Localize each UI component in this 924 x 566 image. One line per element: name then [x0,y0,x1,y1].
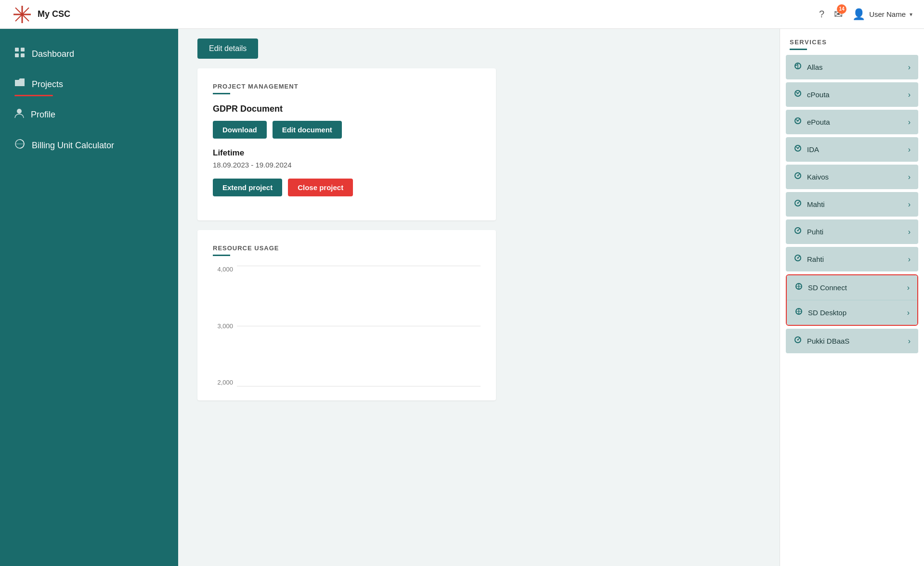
service-item-ida[interactable]: IDA › [786,137,918,162]
user-avatar-icon: 👤 [852,8,865,21]
chart-y-label-2000: 2,000 [213,379,237,386]
user-name-label: User Name [869,10,906,18]
allas-label: Allas [807,63,903,71]
svg-rect-5 [15,48,19,51]
resource-usage-card: RESOURCE USAGE 4,000 3,000 2,000 [197,230,496,400]
lifetime-label: Lifetime [213,148,481,158]
project-action-buttons: Extend project Close project [213,179,481,196]
pukki-chevron-icon: › [908,337,911,346]
edit-details-button[interactable]: Edit details [197,39,258,59]
mahti-label: Mahti [807,200,903,208]
header-right: ? ✉ 14 👤 User Name ▾ [819,8,912,21]
sidebar-item-projects[interactable]: Projects [0,69,178,99]
sd-connect-chevron-icon: › [907,283,910,292]
ida-chevron-icon: › [908,145,911,154]
service-item-puhti[interactable]: Puhti › [786,219,918,244]
lifetime-date: 18.09.2023 - 19.09.2024 [213,161,481,169]
svg-point-37 [797,230,799,232]
service-item-epouta[interactable]: ePouta › [786,110,918,134]
download-button[interactable]: Download [213,121,267,139]
svg-rect-6 [21,48,25,51]
profile-icon [14,108,24,121]
service-item-pukki[interactable]: Pukki DBaaS › [786,329,918,353]
sd-connect-icon [794,282,803,293]
services-underline [790,49,807,50]
sd-desktop-label: SD Desktop [808,309,902,317]
mahti-chevron-icon: › [908,200,911,209]
epouta-chevron-icon: › [908,118,911,127]
ida-icon [794,144,802,155]
svg-point-18 [797,93,799,94]
puhti-icon [794,226,802,237]
extend-project-button[interactable]: Extend project [213,179,282,196]
svg-point-49 [797,339,799,341]
service-item-allas[interactable]: Allas › [786,55,918,79]
pukki-label: Pukki DBaaS [807,337,903,345]
chart-h-line-middle [237,326,481,326]
sd-desktop-chevron-icon: › [907,309,910,317]
allas-chevron-icon: › [908,63,911,72]
rahti-icon [794,254,802,265]
kaivos-chevron-icon: › [908,173,911,181]
allas-icon [794,62,802,73]
service-item-sd-connect[interactable]: SD Connect › [787,275,917,300]
project-management-title: PROJECT MANAGEMENT [213,83,481,90]
chart-y-label-3000: 3,000 [213,322,237,330]
sidebar-item-profile[interactable]: Profile [0,99,178,130]
sidebar-item-billing-label: Billing Unit Calculator [32,141,114,151]
sd-desktop-icon [794,307,803,318]
chart-h-line-bottom [237,386,481,386]
gdpr-buttons: Download Edit document [213,121,481,139]
chart-grid-lines [237,266,481,386]
svg-rect-7 [15,53,19,57]
cpouta-icon [794,89,802,100]
csc-logo-icon [12,4,33,25]
body: Dashboard Projects Profile [0,29,924,566]
mail-button[interactable]: ✉ 14 [834,8,843,21]
epouta-label: ePouta [807,118,903,126]
user-menu-button[interactable]: 👤 User Name ▾ [852,8,912,21]
user-chevron-icon: ▾ [910,11,912,18]
chart-y-label-4000: 4,000 [213,266,237,273]
sidebar: Dashboard Projects Profile [0,29,178,566]
svg-point-34 [797,203,799,204]
svg-point-31 [797,175,799,177]
service-item-rahti[interactable]: Rahti › [786,247,918,271]
sidebar-item-projects-label: Projects [32,79,63,90]
sidebar-item-billing[interactable]: Billing Unit Calculator [0,130,178,161]
cpouta-chevron-icon: › [908,90,911,99]
sidebar-item-profile-label: Profile [31,110,55,120]
svg-point-9 [17,109,22,114]
sd-connect-label: SD Connect [808,283,902,292]
sidebar-item-dashboard[interactable]: Dashboard [0,39,178,69]
projects-icon [14,78,25,90]
mail-badge: 14 [837,4,846,14]
chart-y-axis: 4,000 3,000 2,000 [213,266,237,386]
svg-point-40 [797,257,799,259]
resource-usage-underline [213,255,230,256]
logo: My CSC [12,4,70,25]
pukki-icon [794,335,802,347]
ida-label: IDA [807,145,903,154]
close-project-button[interactable]: Close project [288,179,353,196]
resource-usage-title: RESOURCE USAGE [213,244,481,252]
main-content: Edit details PROJECT MANAGEMENT GDPR Doc… [178,29,780,566]
service-item-sd-desktop[interactable]: SD Desktop › [787,300,917,325]
mahti-icon [794,199,802,210]
svg-rect-8 [21,53,25,57]
puhti-chevron-icon: › [908,228,911,236]
service-item-kaivos[interactable]: Kaivos › [786,165,918,189]
project-management-card: PROJECT MANAGEMENT GDPR Document Downloa… [197,68,496,220]
resource-usage-chart: 4,000 3,000 2,000 [213,266,481,386]
gdpr-label: GDPR Document [213,104,481,114]
service-item-cpouta[interactable]: cPouta › [786,82,918,107]
edit-document-button[interactable]: Edit document [273,121,342,139]
dashboard-icon [14,47,25,61]
help-icon[interactable]: ? [819,9,824,20]
service-item-mahti[interactable]: Mahti › [786,192,918,217]
main-inner: Edit details PROJECT MANAGEMENT GDPR Doc… [178,29,515,429]
app-title: My CSC [38,9,70,19]
svg-point-23 [797,120,799,122]
svg-point-28 [797,148,799,149]
cpouta-label: cPouta [807,90,903,99]
